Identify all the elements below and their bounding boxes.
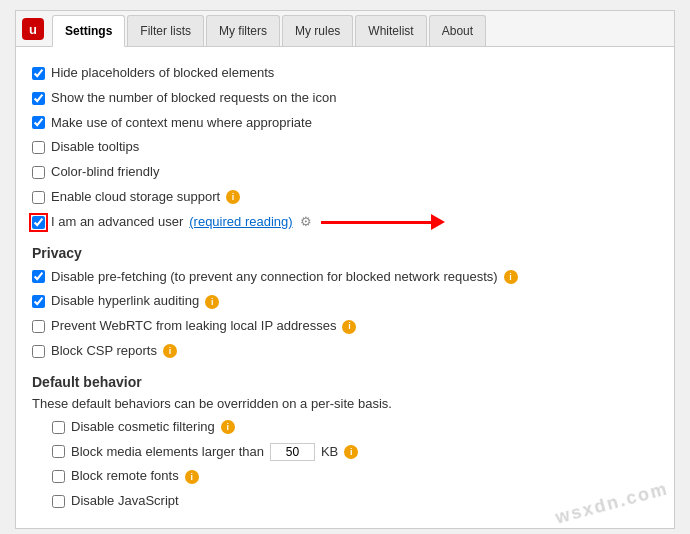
- option-prevent-webrtc: Prevent WebRTC from leaking local IP add…: [32, 316, 658, 337]
- checkbox-color-blind[interactable]: [32, 166, 45, 179]
- label-disable-cosmetic: Disable cosmetic filtering: [71, 417, 215, 438]
- info-disable-cosmetic[interactable]: i: [221, 420, 235, 434]
- gear-icon[interactable]: ⚙: [299, 215, 313, 229]
- label-block-csp: Block CSP reports: [51, 341, 157, 362]
- option-disable-js: Disable JavaScript: [52, 491, 658, 512]
- option-context-menu: Make use of context menu where appropria…: [32, 113, 658, 134]
- label-disable-js: Disable JavaScript: [71, 491, 179, 512]
- media-size-input[interactable]: [270, 443, 315, 461]
- option-disable-tooltips: Disable tooltips: [32, 137, 658, 158]
- tab-my-rules[interactable]: My rules: [282, 15, 353, 46]
- checkbox-block-remote-fonts[interactable]: [52, 470, 65, 483]
- label-disable-hyperlink: Disable hyperlink auditing: [51, 291, 199, 312]
- checkbox-cloud-storage[interactable]: [32, 191, 45, 204]
- option-hide-placeholders: Hide placeholders of blocked elements: [32, 63, 658, 84]
- option-disable-cosmetic: Disable cosmetic filtering i: [52, 417, 658, 438]
- label-block-media: Block media elements larger than: [71, 442, 264, 463]
- tab-filter-lists[interactable]: Filter lists: [127, 15, 204, 46]
- option-advanced-user: I am an advanced user (required reading)…: [32, 212, 313, 233]
- checkbox-context-menu[interactable]: [32, 116, 45, 129]
- checkbox-show-blocked-count[interactable]: [32, 92, 45, 105]
- label-cloud-storage: Enable cloud storage support: [51, 187, 220, 208]
- info-prevent-webrtc[interactable]: i: [342, 320, 356, 334]
- settings-panel: u Settings Filter lists My filters My ru…: [15, 10, 675, 529]
- tab-whitelist[interactable]: Whitelist: [355, 15, 426, 46]
- label-show-blocked-count: Show the number of blocked requests on t…: [51, 88, 336, 109]
- app-logo: u: [20, 16, 46, 42]
- label-disable-tooltips: Disable tooltips: [51, 137, 139, 158]
- option-disable-prefetching: Disable pre-fetching (to prevent any con…: [32, 267, 658, 288]
- checkbox-prevent-webrtc[interactable]: [32, 320, 45, 333]
- kb-suffix: KB: [321, 442, 338, 463]
- info-disable-prefetching[interactable]: i: [504, 270, 518, 284]
- option-disable-hyperlink: Disable hyperlink auditing i: [32, 291, 658, 312]
- label-context-menu: Make use of context menu where appropria…: [51, 113, 312, 134]
- info-cloud-storage[interactable]: i: [226, 190, 240, 204]
- svg-text:u: u: [29, 22, 37, 37]
- arrow-line: [321, 221, 431, 224]
- info-disable-hyperlink[interactable]: i: [205, 295, 219, 309]
- option-block-remote-fonts: Block remote fonts i: [52, 466, 658, 487]
- label-hide-placeholders: Hide placeholders of blocked elements: [51, 63, 274, 84]
- tab-bar: u Settings Filter lists My filters My ru…: [16, 11, 674, 47]
- default-behavior-options: Disable cosmetic filtering i Block media…: [32, 417, 658, 512]
- default-behavior-title: Default behavior: [32, 374, 658, 390]
- arrow-head: [431, 214, 445, 230]
- checkbox-block-media[interactable]: [52, 445, 65, 458]
- label-prevent-webrtc: Prevent WebRTC from leaking local IP add…: [51, 316, 336, 337]
- checkbox-disable-hyperlink[interactable]: [32, 295, 45, 308]
- info-block-csp[interactable]: i: [163, 344, 177, 358]
- tab-my-filters[interactable]: My filters: [206, 15, 280, 46]
- info-block-media[interactable]: i: [344, 445, 358, 459]
- checkbox-advanced-user[interactable]: [32, 216, 45, 229]
- info-block-remote-fonts[interactable]: i: [185, 470, 199, 484]
- checkbox-disable-tooltips[interactable]: [32, 141, 45, 154]
- tab-about[interactable]: About: [429, 15, 486, 46]
- label-advanced-user: I am an advanced user: [51, 212, 183, 233]
- tab-settings[interactable]: Settings: [52, 15, 125, 47]
- checkbox-disable-cosmetic[interactable]: [52, 421, 65, 434]
- annotation-arrow: [321, 214, 445, 230]
- checkbox-hide-placeholders[interactable]: [32, 67, 45, 80]
- option-cloud-storage: Enable cloud storage support i: [32, 187, 658, 208]
- option-color-blind: Color-blind friendly: [32, 162, 658, 183]
- checkbox-disable-js[interactable]: [52, 495, 65, 508]
- option-show-blocked-count: Show the number of blocked requests on t…: [32, 88, 658, 109]
- required-reading-link[interactable]: (required reading): [189, 212, 292, 233]
- checkbox-disable-prefetching[interactable]: [32, 270, 45, 283]
- checkbox-block-csp[interactable]: [32, 345, 45, 358]
- label-disable-prefetching: Disable pre-fetching (to prevent any con…: [51, 267, 498, 288]
- option-block-media: Block media elements larger than KB i: [52, 442, 658, 463]
- option-block-csp: Block CSP reports i: [32, 341, 658, 362]
- settings-content: Hide placeholders of blocked elements Sh…: [16, 47, 674, 528]
- label-block-remote-fonts: Block remote fonts: [71, 466, 179, 487]
- label-color-blind: Color-blind friendly: [51, 162, 159, 183]
- default-behavior-subtitle: These default behaviors can be overridde…: [32, 396, 658, 411]
- privacy-section-title: Privacy: [32, 245, 658, 261]
